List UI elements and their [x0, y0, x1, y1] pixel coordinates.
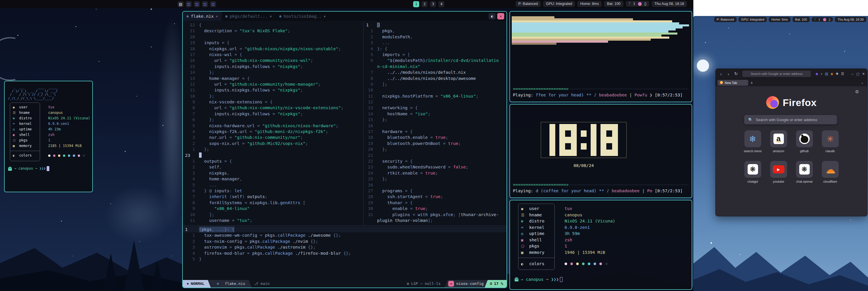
editor-line: 12 [364, 99, 506, 105]
minimize-button[interactable]: – [851, 72, 853, 76]
forward-button[interactable]: › [725, 71, 731, 77]
phone-icon[interactable]: ▯ [644, 2, 646, 6]
shell-prompt[interactable]: → canopus ~ ❯❯❯ [515, 277, 687, 283]
tasklist-app-icon[interactable]: ◫ [194, 1, 200, 7]
editor-line: 9 nix-vscode-extensions = { [183, 99, 363, 105]
workspace-tag-3[interactable]: 3 [430, 1, 436, 7]
editor-line: 21 description = "tux's NixOS Flake"; [183, 28, 363, 34]
editor-line: 18 nixpkgs.url = "github:nixos/nixpkgs/n… [183, 46, 363, 52]
tasklist-app-icon[interactable]: ◫ [210, 1, 216, 7]
close-buffer-button[interactable]: ✕ [497, 13, 504, 20]
clock-widget: Thu Aug 08, 18:18 [652, 1, 687, 7]
darkreader-icon[interactable]: ◗ [820, 72, 823, 76]
back-button[interactable]: ‹ [718, 71, 724, 77]
bluetooth-icon[interactable]: ᛒ [633, 2, 636, 6]
close-tab-icon[interactable]: ✕ [323, 14, 326, 18]
maximize-button[interactable]: ▢ [856, 72, 859, 76]
editor-line: 10 }; [183, 93, 363, 99]
workspace-tag-1[interactable]: 1 [413, 1, 419, 7]
shortcut-youtube[interactable]: ▶youtube [770, 161, 787, 183]
nix-file-icon: ❄ [213, 279, 223, 288]
shortcut-chatgpt[interactable]: ❋chatgpt [744, 161, 761, 183]
extension-icon-blue[interactable]: ▤ [825, 72, 828, 76]
shortcut-cloudflare[interactable]: ☁cloudflare [822, 161, 839, 183]
editor-tab-pkgs/default...[interactable]: ❄pkgs/default...✕ [222, 11, 276, 21]
editor-line: 1 outputs = { [183, 158, 363, 164]
cava-bar [512, 16, 554, 18]
theme-toggle-button[interactable]: ◐ [489, 13, 496, 20]
editor-line: 14 hostName = "iso"; [364, 111, 506, 117]
editor-line: 24 rtkit.enable = true; [364, 170, 506, 176]
editor-pane-iso[interactable]: 1{1 pkgs,2 modulesPath,3 ...4}: {5 impor… [364, 21, 506, 225]
bar-widget: GPU: Integrated [543, 1, 575, 7]
workspace-tag-4[interactable]: 4 [438, 1, 444, 7]
editor-line: 19 bluetooth.powerOnBoot = true; [364, 141, 506, 146]
editor-line: 8 url = "github:nix-community/nix-vscode… [183, 105, 363, 111]
editor-line: 4}: { [364, 46, 506, 52]
github-icon [799, 134, 810, 144]
wallpaper-tree [151, 261, 164, 291]
editor-line: 20 [183, 34, 363, 40]
shortcut-amazon[interactable]: aamazon [770, 130, 787, 153]
clock-digit [559, 124, 577, 156]
cava-bar [512, 28, 676, 30]
editor-tab-hosts/isoImag..[interactable]: ❄hosts/isoImag..✕ [276, 11, 330, 21]
cloudflare-icon: ☁ [826, 164, 835, 175]
close-tab-icon[interactable]: ✕ [270, 14, 272, 18]
reload-button[interactable]: ↻ [733, 71, 739, 77]
firefox-tabbar: New Tab + ⌄ [716, 79, 867, 86]
vim-icon: ◆ [187, 281, 189, 287]
newtab-search-bar[interactable]: 🔍 Search with Google or enter address [744, 115, 837, 124]
editor-line: 17 nixos-wsl = { [183, 52, 363, 58]
menu-icon[interactable]: ☰ [841, 72, 844, 76]
bar-widget: P: Balanced [714, 17, 737, 22]
project-segment: ▰ nixos-config [445, 280, 487, 288]
url-bar[interactable]: Search with Google or enter address [742, 70, 811, 77]
shortcut-claude[interactable]: ✳claude [822, 130, 839, 153]
tasklist-app-icon[interactable]: ◫ [186, 1, 192, 7]
network-icon[interactable]: ᛉ [814, 18, 816, 21]
editor-line: 10 ]; [183, 212, 363, 217]
editor-line: 25 }; [364, 176, 506, 182]
bar-widget: Bat: 100 [604, 1, 623, 7]
editor-line: 4 firefox-mod-blur = pkgs.callPackage ./… [183, 250, 506, 256]
status-bar: ▤ ◫ ◫ ◫ ◫ 1234 P: BalancedGPU: Integrate… [0, 0, 693, 8]
extensions-puzzle-icon[interactable]: ❖ [836, 72, 839, 76]
shortcut-chat.openai[interactable]: ❋chat.openai [796, 161, 813, 183]
editor-line: 5 ... [183, 182, 363, 188]
workspace-tag-2[interactable]: 2 [422, 1, 428, 7]
shortcut-github[interactable]: github [796, 130, 813, 153]
media-icon[interactable] [823, 18, 826, 21]
monitor-secondary: P: BalancedGPU: IntegratedHome: 6msBat: … [693, 16, 868, 291]
gear-icon: ⚙ [407, 281, 409, 287]
editor-line: 6 } @ inputs: let [183, 188, 363, 194]
nixos-icon: ❄ [749, 134, 756, 144]
network-icon[interactable]: ᛉ [629, 2, 631, 6]
file-segment: ❄ flake.nix [208, 280, 252, 288]
editor-tab-flake.nix[interactable]: ❄flake.nix✕ [183, 11, 222, 21]
bluetooth-icon[interactable]: ᛒ [819, 18, 820, 21]
list-tabs-chevron[interactable]: ⌄ [861, 81, 865, 85]
close-button[interactable]: ✕ [862, 72, 865, 76]
youtube-icon: ▶ [773, 165, 784, 173]
shortcut-search.nixos[interactable]: ❄search.nixos [744, 130, 761, 153]
tab-new-tab[interactable]: New Tab [717, 80, 748, 86]
personalize-gear-icon[interactable]: ⚙ [855, 89, 859, 94]
shell-prompt[interactable]: → canopus ~ ❯❯❯ [8, 166, 89, 171]
close-tab-icon[interactable]: ✕ [216, 14, 218, 18]
media-icon[interactable] [638, 2, 642, 6]
cava-bar [512, 39, 651, 41]
layout-indicator-icon[interactable]: ▤ [178, 1, 184, 7]
terminal-fastfetch-left: _ ___ ____ _____ / |/ (_)_ __ / __ \/ __… [4, 81, 93, 192]
editor-line: 20 }; [364, 146, 506, 152]
extension-icon-purple[interactable]: ◆ [815, 72, 818, 76]
editor-line: 2 self, [183, 164, 363, 170]
new-tab-button[interactable]: + [750, 81, 753, 85]
tasklist-app-icon[interactable]: ◫ [202, 1, 208, 7]
cava-bar [512, 37, 669, 39]
metamask-icon[interactable]: ◈ [831, 72, 833, 76]
phone-icon[interactable]: ▯ [829, 18, 831, 21]
monitor-primary: ▤ ◫ ◫ ◫ ◫ 1234 P: BalancedGPU: Integrate… [0, 0, 693, 291]
editor-pane-pkgs[interactable]: 1{pkgs, ...}: {1 tux-awesome-wm-config =… [183, 226, 506, 280]
editor-pane-flake[interactable]: 22{21 description = "tux's NixOS Flake";… [183, 21, 363, 225]
